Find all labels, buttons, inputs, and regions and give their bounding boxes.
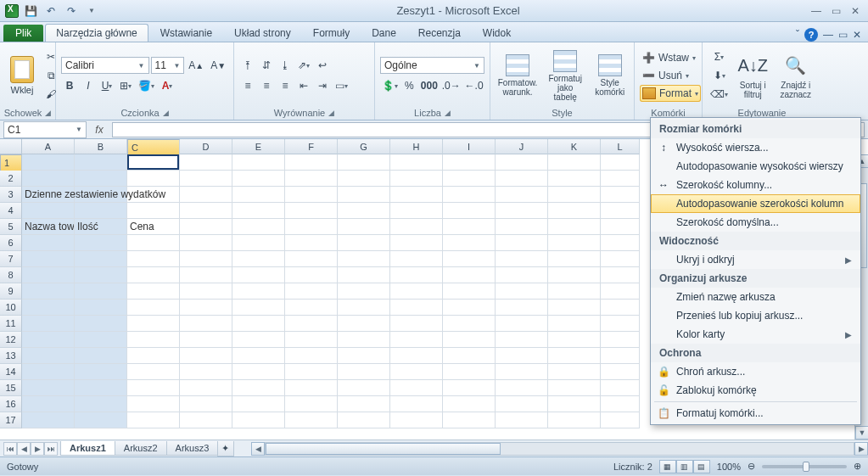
cell-D12[interactable] xyxy=(180,332,232,348)
cell-C7[interactable] xyxy=(127,251,180,267)
sheet-nav-next-icon[interactable]: ▶ xyxy=(31,442,44,456)
cell-E17[interactable] xyxy=(232,412,285,428)
launcher-icon[interactable]: ◢ xyxy=(163,109,169,117)
launcher-icon[interactable]: ◢ xyxy=(445,109,451,117)
cell-D17[interactable] xyxy=(180,412,232,428)
cell-L10[interactable] xyxy=(601,300,640,316)
cell-A13[interactable] xyxy=(22,348,75,364)
cell-F4[interactable] xyxy=(285,203,338,219)
col-header-E[interactable]: E xyxy=(232,139,285,154)
row-header[interactable]: 3 xyxy=(0,187,22,203)
cell-F3[interactable] xyxy=(285,187,338,203)
cell-B4[interactable] xyxy=(75,203,127,219)
cell-L12[interactable] xyxy=(601,332,640,348)
cell-G17[interactable] xyxy=(338,412,390,428)
cell-E1[interactable] xyxy=(232,154,285,171)
cell-D3[interactable] xyxy=(180,187,232,203)
menu-hide-unhide[interactable]: Ukryj i odkryj▶ xyxy=(651,250,860,269)
cell-H6[interactable] xyxy=(390,235,443,251)
cell-K1[interactable] xyxy=(548,154,601,171)
cell-F17[interactable] xyxy=(285,412,338,428)
zoom-in-icon[interactable]: ⊕ xyxy=(854,461,861,472)
cell-I17[interactable] xyxy=(443,412,496,428)
col-header-L[interactable]: L xyxy=(601,139,640,154)
file-tab[interactable]: Plik xyxy=(3,25,43,42)
col-header-K[interactable]: K xyxy=(548,139,601,154)
cell-D11[interactable] xyxy=(180,316,232,332)
close-icon[interactable]: ✕ xyxy=(851,5,860,17)
cell-H16[interactable] xyxy=(390,396,443,412)
view-normal-icon[interactable]: ▦ xyxy=(659,460,676,473)
cell-J1[interactable] xyxy=(496,154,548,171)
horizontal-scrollbar[interactable]: ◀ ▶ xyxy=(251,442,868,456)
tab-page-layout[interactable]: Układ strony xyxy=(224,25,301,42)
cell-H13[interactable] xyxy=(390,348,443,364)
cell-E7[interactable] xyxy=(232,251,285,267)
cell-D15[interactable] xyxy=(180,380,232,396)
underline-button[interactable]: U▾ xyxy=(98,77,115,94)
cell-L8[interactable] xyxy=(601,267,640,283)
orientation-icon[interactable]: ⇗▾ xyxy=(295,57,312,74)
cell-H9[interactable] xyxy=(390,283,443,300)
cell-J6[interactable] xyxy=(496,235,548,251)
cell-G4[interactable] xyxy=(338,203,390,219)
zoom-out-icon[interactable]: ⊖ xyxy=(748,461,755,472)
cell-L1[interactable] xyxy=(601,154,640,171)
align-right-icon[interactable]: ≡ xyxy=(277,77,294,94)
menu-autofit-rows[interactable]: Autodopasowanie wysokości wierszy xyxy=(651,157,860,176)
fill-color-button[interactable]: 🪣▾ xyxy=(136,77,157,94)
cell-C10[interactable] xyxy=(127,300,180,316)
cell-D14[interactable] xyxy=(180,364,232,380)
sheet-tab-2[interactable]: Arkusz2 xyxy=(115,441,167,456)
cell-I1[interactable] xyxy=(443,154,496,171)
menu-autofit-cols[interactable]: Autodopasowanie szerokości kolumn xyxy=(651,194,860,213)
paste-button[interactable]: Wklej xyxy=(5,46,39,105)
menu-format-cells[interactable]: 📋Formatuj komórki... xyxy=(651,404,860,423)
cell-K3[interactable] xyxy=(548,187,601,203)
conditional-format-button[interactable]: Formatow. warunk. xyxy=(496,46,540,105)
row-header[interactable]: 14 xyxy=(0,364,22,380)
cell-B7[interactable] xyxy=(75,251,127,267)
italic-button[interactable]: I xyxy=(80,77,97,94)
cell-K16[interactable] xyxy=(548,396,601,412)
row-header[interactable]: 4 xyxy=(0,203,22,219)
cell-G5[interactable] xyxy=(338,219,390,235)
insert-button[interactable]: ➕Wstaw▾ xyxy=(640,49,701,66)
row-header[interactable]: 6 xyxy=(0,235,22,251)
cell-K13[interactable] xyxy=(548,348,601,364)
cell-G2[interactable] xyxy=(338,171,390,187)
cell-D4[interactable] xyxy=(180,203,232,219)
minimize-icon[interactable]: ― xyxy=(811,5,821,17)
cell-K9[interactable] xyxy=(548,283,601,300)
row-header[interactable]: 2 xyxy=(0,171,22,187)
cell-B12[interactable] xyxy=(75,332,127,348)
qat-customize-icon[interactable]: ▼ xyxy=(83,3,100,20)
cell-I4[interactable] xyxy=(443,203,496,219)
cell-K7[interactable] xyxy=(548,251,601,267)
cell-J17[interactable] xyxy=(496,412,548,428)
cell-A12[interactable] xyxy=(22,332,75,348)
cell-F1[interactable] xyxy=(285,154,338,171)
menu-row-height[interactable]: ↕Wysokość wiersza... xyxy=(651,138,860,157)
percent-icon[interactable]: % xyxy=(400,77,417,94)
cell-F6[interactable] xyxy=(285,235,338,251)
tab-data[interactable]: Dane xyxy=(361,25,406,42)
cell-B6[interactable] xyxy=(75,235,127,251)
maximize-icon[interactable]: ▭ xyxy=(832,5,841,17)
scroll-left-icon[interactable]: ◀ xyxy=(251,442,265,456)
cell-D5[interactable] xyxy=(180,219,232,235)
cell-J3[interactable] xyxy=(496,187,548,203)
cell-E6[interactable] xyxy=(232,235,285,251)
cell-H10[interactable] xyxy=(390,300,443,316)
increase-indent-icon[interactable]: ⇥ xyxy=(314,77,331,94)
cell-G15[interactable] xyxy=(338,380,390,396)
new-sheet-icon[interactable]: ✦ xyxy=(217,441,234,456)
scroll-right-icon[interactable]: ▶ xyxy=(854,442,868,456)
cell-C1[interactable] xyxy=(127,154,180,171)
menu-move-copy[interactable]: Przenieś lub kopiuj arkusz... xyxy=(651,306,860,325)
scroll-thumb[interactable] xyxy=(266,443,501,455)
cell-K12[interactable] xyxy=(548,332,601,348)
row-header[interactable]: 10 xyxy=(0,300,22,316)
autosum-icon[interactable]: Σ▾ xyxy=(708,48,731,65)
cell-A7[interactable] xyxy=(22,251,75,267)
